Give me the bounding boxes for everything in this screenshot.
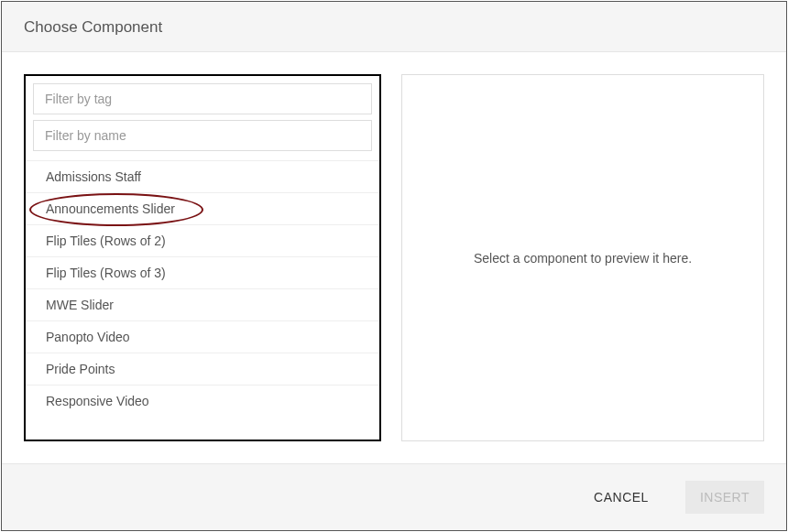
list-item-label: Flip Tiles (Rows of 2) xyxy=(46,233,166,248)
list-item[interactable]: Pride Points xyxy=(26,353,379,385)
list-item[interactable]: Panopto Video xyxy=(26,320,379,353)
list-item[interactable]: Flip Tiles (Rows of 3) xyxy=(26,256,379,288)
filters xyxy=(26,76,379,160)
filter-by-name-input[interactable] xyxy=(33,120,372,151)
dialog-footer: CANCEL INSERT xyxy=(2,463,786,530)
filter-by-tag-input[interactable] xyxy=(33,83,372,114)
list-item[interactable]: MWE Slider xyxy=(26,288,379,320)
dialog-header: Choose Component xyxy=(2,2,786,52)
component-list: Admissions Staff Announcements Slider Fl… xyxy=(26,160,379,440)
list-item-label: Flip Tiles (Rows of 3) xyxy=(46,266,166,280)
list-item[interactable]: Admissions Staff xyxy=(26,160,379,192)
list-item-label: Responsive Video xyxy=(46,394,149,408)
insert-button[interactable]: INSERT xyxy=(685,481,764,514)
component-list-panel: Admissions Staff Announcements Slider Fl… xyxy=(24,74,381,441)
list-item-label: Panopto Video xyxy=(46,330,130,344)
list-item[interactable]: Responsive Video xyxy=(26,385,379,417)
dialog-title: Choose Component xyxy=(24,18,764,37)
list-item-label: Pride Points xyxy=(46,362,115,376)
list-item-label: Announcements Slider xyxy=(46,201,175,216)
cancel-button[interactable]: CANCEL xyxy=(579,481,663,514)
dialog-body: Admissions Staff Announcements Slider Fl… xyxy=(2,52,786,463)
preview-empty-text: Select a component to preview it here. xyxy=(474,251,692,266)
choose-component-dialog: Choose Component Admissions Staff Announ… xyxy=(1,1,787,531)
preview-panel: Select a component to preview it here. xyxy=(401,74,764,441)
list-item[interactable]: Announcements Slider xyxy=(26,192,379,224)
list-item-label: MWE Slider xyxy=(46,298,114,312)
list-item-label: Admissions Staff xyxy=(46,169,141,184)
list-item[interactable]: Flip Tiles (Rows of 2) xyxy=(26,224,379,256)
